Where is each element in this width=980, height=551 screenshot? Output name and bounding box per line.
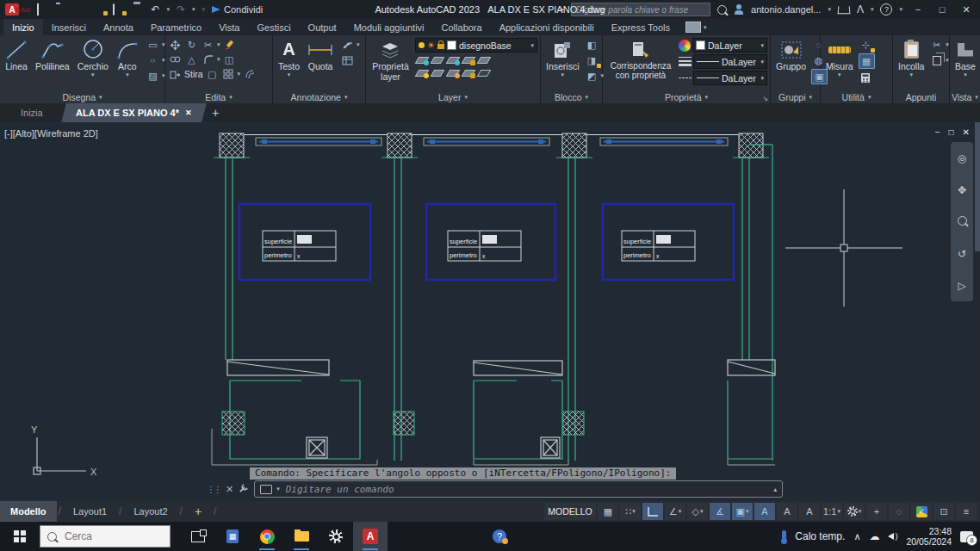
leader-icon[interactable] (340, 38, 355, 52)
layer-isolate-icon[interactable] (415, 54, 429, 65)
autocad-logo-icon[interactable]: ACAD (5, 3, 30, 15)
chrome-app-button[interactable] (250, 522, 284, 551)
panel-title-appunti[interactable]: Appunti (893, 90, 949, 103)
mirror-icon[interactable]: △ (184, 53, 199, 66)
qat-customize-icon[interactable]: ▿ (202, 6, 206, 13)
weather-thermometer-icon[interactable] (782, 530, 786, 542)
panel-title-edita[interactable]: Edita▾ (165, 90, 272, 103)
showmotion-icon[interactable]: ▷ (958, 280, 965, 292)
workspace-gear-icon[interactable]: ▾ (844, 503, 865, 520)
create-block-icon[interactable]: ◧ (585, 38, 599, 52)
plot-icon[interactable] (132, 4, 144, 15)
explode-icon[interactable]: ◫ (222, 53, 237, 66)
volume-icon[interactable]: ) (888, 532, 897, 541)
taskbar-clock[interactable]: 23:48 20/05/2024 (906, 526, 952, 547)
recent-commands-icon[interactable] (260, 485, 272, 494)
recent-commands-dropdown-icon[interactable]: ▾ (276, 486, 280, 492)
help-dropdown-icon[interactable]: ▾ (899, 6, 902, 13)
arc-button[interactable]: Arco▾ (114, 38, 141, 90)
notification-center-icon[interactable] (960, 531, 973, 542)
ribbon-display-toggle[interactable]: ▾ (685, 19, 707, 35)
user-avatar-icon[interactable] (734, 4, 744, 15)
model-tab[interactable]: Modello (0, 501, 57, 522)
navigation-wheel-icon[interactable]: ◎ (958, 152, 966, 164)
insert-block-button[interactable]: Inserisci▾ (543, 38, 582, 90)
tab-gestisci[interactable]: Gestisci (248, 19, 299, 35)
scale-icon[interactable]: ▢ (205, 67, 220, 81)
share-button[interactable]: Condividi (212, 4, 263, 15)
layer-off-icon[interactable] (477, 67, 491, 78)
tab-collabora[interactable]: Collabora (433, 19, 491, 35)
ellipse-icon[interactable]: ○ (146, 55, 160, 65)
annotation-visibility-icon[interactable]: A (754, 503, 775, 520)
save-as-icon[interactable] (94, 4, 106, 15)
panel-title-gruppi[interactable]: Gruppi▾ (771, 90, 820, 103)
layer-unlock-icon[interactable] (462, 67, 475, 78)
snap-toggle-icon[interactable]: ∷▾ (620, 503, 641, 520)
object-snap-tracking-icon[interactable]: ∡ (710, 503, 730, 520)
open-file-icon[interactable] (56, 4, 68, 15)
circle-button[interactable]: Cerchio▾ (75, 38, 111, 90)
graphics-performance-icon[interactable]: ✓ (911, 503, 932, 520)
tab-applicazioni-disponibili[interactable]: Applicazioni disponibili (491, 19, 603, 35)
isolate-objects-icon[interactable]: ◌ (889, 503, 909, 520)
calculator-app-button[interactable]: ▦ (215, 522, 250, 551)
search-icon[interactable] (717, 5, 727, 15)
hatch-icon[interactable]: ▨ (146, 69, 160, 83)
measure-button[interactable]: Misura▾ (823, 38, 856, 90)
clean-screen-icon[interactable]: ⊡ (933, 503, 954, 520)
dimension-button[interactable]: Quota (305, 38, 336, 90)
zoom-icon[interactable] (958, 216, 967, 228)
autodesk-dropdown-icon[interactable]: ▾ (871, 6, 874, 13)
group-button[interactable]: Gruppo (773, 38, 809, 90)
grid-toggle-icon[interactable]: ▦ (598, 503, 618, 520)
layout1-tab[interactable]: Layout1 (63, 501, 117, 522)
copy-clip-icon[interactable] (929, 53, 944, 67)
orbit-icon[interactable]: ↺ (958, 248, 966, 260)
taskbar-search-input[interactable] (63, 529, 152, 543)
rectangle-icon[interactable]: ▭ (146, 38, 160, 52)
settings-app-button[interactable] (319, 522, 353, 551)
scrollbar-thumb[interactable] (975, 122, 980, 251)
erase-icon[interactable] (222, 38, 237, 52)
paste-button[interactable]: Incolla▾ (896, 38, 927, 90)
edit-block-icon[interactable]: ◨ (585, 53, 599, 67)
panel-title-disegna[interactable]: Disegna▾ (0, 90, 164, 103)
line-button[interactable]: Linea (3, 38, 30, 90)
command-expand-icon[interactable]: ▴ (773, 486, 777, 493)
search-expand-icon[interactable]: ▸ (561, 6, 565, 13)
tab-express-tools[interactable]: Express Tools (603, 19, 679, 35)
layer-unisolate-icon[interactable] (431, 54, 444, 65)
file-tab-drawing[interactable]: ALA DX E SX PIANO 4* ✕ (61, 103, 206, 122)
mobile-device-icon[interactable] (113, 4, 125, 15)
help-tray-button[interactable]: ? (482, 522, 517, 551)
layer-thaw-all-icon[interactable] (446, 67, 460, 78)
layer-select[interactable]: ☀ disegnoBase ▾ (415, 38, 537, 53)
customization-menu-icon[interactable]: ≡ (956, 503, 977, 520)
linetype-select[interactable]: DaLayer▾ (693, 71, 767, 85)
layer-lock-tool-icon[interactable] (462, 54, 475, 65)
onedrive-cloud-icon[interactable]: ☁ (869, 530, 879, 542)
quick-select-icon[interactable]: ⊹ (859, 38, 873, 52)
user-dropdown-icon[interactable]: ▾ (828, 6, 831, 13)
close-button[interactable]: ✕ (958, 4, 975, 15)
tab-parametrico[interactable]: Parametrico (142, 19, 210, 35)
layer-freeze-icon[interactable] (446, 54, 460, 65)
tab-vista[interactable]: Vista (210, 19, 248, 35)
layer-properties-button[interactable]: Proprietà layer (369, 38, 412, 90)
table-icon[interactable] (340, 53, 355, 67)
drawing-viewport[interactable]: superficie perimetro x superficie perime… (0, 122, 980, 501)
panel-title-vista[interactable]: Vista▾ (950, 90, 980, 103)
annotation-scale-value[interactable]: 1:1▾ (822, 503, 842, 520)
isodraft-icon[interactable]: ◇▾ (687, 503, 708, 520)
model-space-toggle[interactable]: MODELLO (544, 503, 596, 520)
copy-icon[interactable] (168, 53, 183, 66)
select-similar-icon[interactable]: ▦ (859, 53, 875, 69)
new-file-icon[interactable] (37, 4, 49, 15)
autocad-app-button[interactable]: A (353, 522, 388, 551)
command-customize-icon[interactable] (239, 483, 249, 495)
file-explorer-button[interactable] (284, 522, 319, 551)
redo-icon[interactable]: ↷ (177, 4, 185, 15)
store-cart-icon[interactable] (837, 6, 850, 14)
vertical-scrollbar[interactable] (975, 122, 980, 501)
